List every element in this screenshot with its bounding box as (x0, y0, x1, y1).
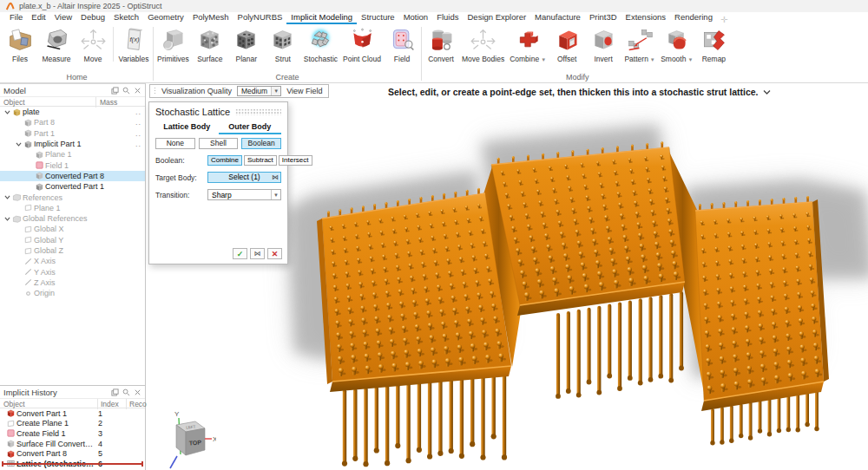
ribbon-button-planar[interactable]: Planar (228, 25, 265, 72)
dialog-drag-handle-icon[interactable] (235, 108, 281, 115)
view-field-button[interactable]: View Field (286, 87, 322, 95)
tree-item-converted-part-1[interactable]: Converted Part 1 (0, 181, 145, 192)
menu-tab-design-explorer[interactable]: Design Explorer (464, 11, 531, 24)
menu-tab-debug[interactable]: Debug (76, 11, 109, 24)
menu-tab-extensions[interactable]: Extensions (621, 11, 670, 24)
view-triad-cube[interactable]: Y TOP LEFT X (154, 406, 216, 470)
tree-item-plate[interactable]: plate.. (0, 107, 145, 117)
search-icon[interactable] (122, 87, 130, 95)
menu-tab-print3d[interactable]: Print3D (585, 11, 621, 24)
menu-tab-view[interactable]: View (50, 11, 76, 24)
ribbon-button-surface[interactable]: Surface (192, 25, 228, 72)
cancel-button[interactable]: ✕ (267, 248, 282, 259)
boolean-option-subtract[interactable]: Subtract (244, 155, 277, 166)
ribbon-button-invert[interactable]: Invert (585, 25, 621, 72)
viewport-3d[interactable]: Visualization Quality Medium ▼ View Fiel… (147, 83, 868, 470)
ribbon-button-pattern[interactable]: Pattern▼ (621, 25, 658, 72)
chevron-down-icon[interactable] (763, 89, 771, 95)
tree-item-x-axis[interactable]: X Axis (0, 256, 145, 266)
search-icon[interactable] (122, 388, 130, 396)
menu-tab-geometry[interactable]: Geometry (143, 11, 188, 24)
expander-chevron-icon[interactable] (3, 216, 11, 222)
dock-panel-icon[interactable] (111, 87, 119, 95)
dialog-tab-outer-body[interactable]: Outer Body (219, 122, 282, 134)
stochastic-lattice-dialog: Stochastic Lattice Lattice BodyOuter Bod… (148, 101, 288, 264)
dock-panel-icon[interactable] (111, 388, 119, 396)
visualization-quality-select[interactable]: Medium ▼ (237, 86, 281, 96)
menu-tab-edit[interactable]: Edit (27, 11, 49, 24)
history-row-4[interactable]: Surface Fill Converted Part 14 (0, 439, 145, 449)
menu-tab-polymesh[interactable]: PolyMesh (188, 11, 233, 24)
close-panel-icon[interactable] (134, 87, 141, 95)
menu-tab-motion[interactable]: Motion (399, 11, 433, 24)
folder-icon (11, 193, 23, 202)
tree-item-part-8[interactable]: Part 8.. (0, 117, 145, 127)
swap-selection-icon[interactable]: ⋈ (272, 173, 279, 182)
tree-item-plane-1[interactable]: Plane 1 (0, 203, 145, 213)
tree-item-part-1[interactable]: Part 1.. (0, 128, 145, 139)
transition-select[interactable]: Sharp ▼ (207, 189, 281, 200)
ribbon-button-stochastic[interactable]: Stochastic (301, 25, 340, 72)
ribbon-button-field[interactable]: Field (384, 25, 420, 72)
toolbar-drag-handle-icon[interactable] (154, 87, 156, 95)
customize-ribbon-icon[interactable]: ✛ (717, 15, 731, 24)
tree-item-references[interactable]: References (0, 192, 145, 202)
close-panel-icon[interactable] (134, 388, 141, 396)
menu-tab-rendering[interactable]: Rendering (670, 11, 717, 24)
ribbon-button-offset[interactable]: Offset (549, 25, 585, 72)
ribbon-button-move-bodies[interactable]: Move Bodies (459, 25, 507, 72)
tree-item-converted-part-8[interactable]: Converted Part 8 (0, 171, 145, 181)
mode-button-shell[interactable]: Shell (199, 138, 239, 149)
boolean-option-combine[interactable]: Combine (207, 155, 242, 166)
ribbon-button-move[interactable]: Move (75, 25, 111, 72)
mode-button-none[interactable]: None (155, 138, 195, 149)
ribbon-button-measure[interactable]: Measure (38, 25, 75, 72)
ribbon-button-convert[interactable]: Convert (423, 25, 459, 72)
ribbon-button-smooth[interactable]: Smooth▼ (658, 25, 695, 72)
menu-tab-implicit-modeling[interactable]: Implicit Modeling (286, 11, 357, 24)
target-body-select-button[interactable]: Select (1) ⋈ (207, 172, 281, 183)
history-row-2[interactable]: Create Plane 12 (0, 419, 145, 429)
menu-tab-file[interactable]: File (5, 11, 27, 24)
tree-item-plane-1[interactable]: Plane 1 (0, 149, 145, 160)
expander-chevron-icon[interactable] (3, 194, 11, 200)
tree-item-field-1[interactable]: Field 1 (0, 160, 145, 170)
tree-item-global-y[interactable]: Global Y (0, 235, 145, 245)
ribbon-button-files[interactable]: Files (2, 25, 38, 72)
boolean-option-intersect[interactable]: Intersect (279, 155, 312, 166)
ribbon-button-variables[interactable]: f(x)Variables (115, 25, 152, 72)
tree-item-implicit-part-1[interactable]: Implicit Part 1.. (0, 139, 145, 149)
visibility-dots[interactable]: .. (135, 140, 145, 148)
ribbon-button-primitives[interactable]: Primitives (155, 25, 192, 72)
visibility-dots[interactable]: .. (135, 129, 145, 138)
history-row-1[interactable]: Convert Part 11 (0, 408, 145, 419)
ribbon-button-strut[interactable]: Strut (265, 25, 301, 72)
ribbon-button-point-cloud[interactable]: Point Cloud (340, 25, 384, 72)
visibility-dots[interactable]: .. (135, 108, 145, 116)
expander-chevron-icon[interactable] (14, 141, 23, 147)
menu-tab-sketch[interactable]: Sketch (109, 11, 143, 24)
chevron-down-icon[interactable]: ▼ (650, 57, 655, 62)
tree-item-origin[interactable]: Origin (0, 288, 145, 298)
mode-button-boolean[interactable]: Boolean (241, 138, 281, 149)
tree-item-global-x[interactable]: Global X (0, 224, 145, 234)
history-row-3[interactable]: Create Field 13 (0, 428, 145, 439)
apply-ok-button[interactable]: ✓ (233, 248, 247, 259)
history-row-5[interactable]: Convert Part 85 (0, 448, 145, 459)
chevron-down-icon[interactable]: ▼ (541, 57, 546, 62)
tree-item-global-z[interactable]: Global Z (0, 245, 145, 256)
dialog-tab-lattice-body[interactable]: Lattice Body (155, 122, 219, 134)
menu-tab-manufacture[interactable]: Manufacture (530, 11, 585, 24)
ribbon-button-remap[interactable]: Remap (695, 25, 732, 72)
menu-tab-polynurbs[interactable]: PolyNURBS (233, 11, 287, 24)
tree-item-y-axis[interactable]: Y Axis (0, 266, 145, 277)
tree-item-global-references[interactable]: Global References (0, 213, 145, 224)
menu-tab-structure[interactable]: Structure (357, 11, 399, 24)
chevron-down-icon[interactable]: ▼ (687, 57, 693, 62)
ribbon-button-combine[interactable]: Combine▼ (507, 25, 549, 72)
tree-item-z-axis[interactable]: Z Axis (0, 277, 145, 288)
expander-chevron-icon[interactable] (3, 109, 11, 115)
visibility-dots[interactable]: .. (135, 118, 145, 127)
reverse-button[interactable]: ⋈ (250, 248, 265, 259)
menu-tab-fluids[interactable]: Fluids (432, 11, 463, 24)
